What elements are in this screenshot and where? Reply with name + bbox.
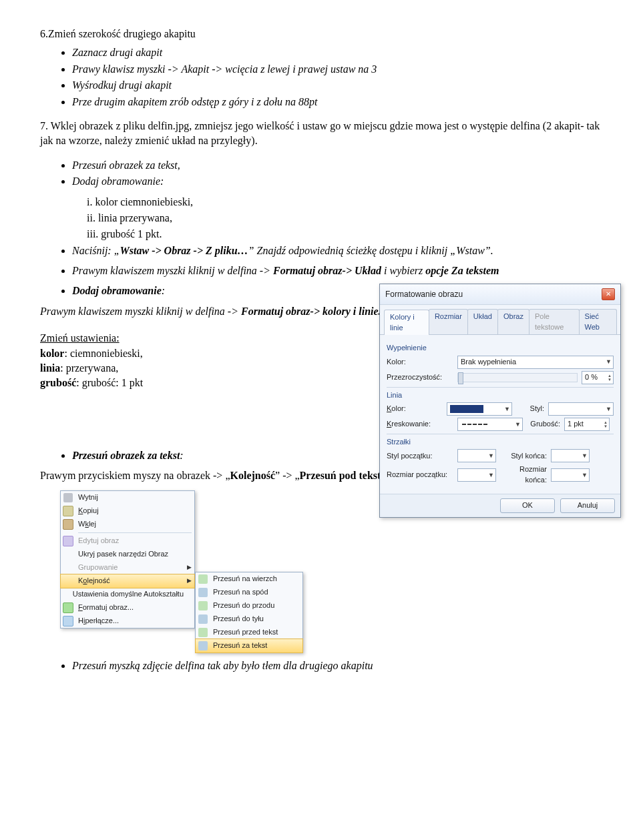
order-bring-to-front[interactable]: Przesuń na wierzch (196, 572, 302, 586)
begin-style-combo[interactable]: ▼ (457, 449, 496, 462)
ctx-cut[interactable]: Wytnij (61, 491, 194, 504)
tab-rozmiar[interactable]: Rozmiar (429, 309, 468, 334)
send-back-icon (196, 588, 210, 597)
dodaj-list: Dodaj obramowanie: (40, 284, 387, 298)
zmien-l3a: grubość (40, 377, 76, 388)
dodaj-item: Dodaj obramowanie: (72, 284, 387, 298)
dash-swatch-icon (461, 420, 495, 428)
step2-roman: i. kolor ciemnoniebieski, ii. linia prze… (40, 195, 601, 242)
lbl-begin-size: Rozmiar początku: (387, 470, 453, 480)
last-item: Przesuń myszką zdjęcie delfina tak aby b… (72, 659, 601, 673)
behind-text-icon (196, 641, 210, 651)
prawym1-list: Prawym klawiszem myszki kliknij w delfin… (40, 264, 601, 278)
ctx-paste[interactable]: Wklej (61, 518, 194, 531)
context-menu-order: Przesuń na wierzch Przesuń na spód Przes… (195, 572, 303, 653)
przesun-b1: Kolejność (230, 470, 275, 481)
ctx-grouping: Grupowanie▶ (61, 561, 194, 574)
prawym1-b3: Za tekstem (451, 265, 499, 276)
chevron-down-icon: ▼ (582, 452, 588, 460)
bring-forward-icon (196, 601, 210, 610)
send-backward-icon (196, 614, 210, 624)
transparency-value: 0 % (585, 372, 598, 382)
transparency-slider[interactable] (457, 373, 578, 382)
group-fill: Wypełnienie (387, 343, 614, 353)
chevron-right-icon: ▶ (187, 563, 192, 572)
ctx-copy[interactable]: Kopiuj (61, 504, 194, 518)
prawym1-mid: i wybierz (381, 265, 425, 276)
przesun-mid: ” -> „ (275, 470, 300, 481)
cut-icon (61, 493, 75, 502)
order-in-front-of-text[interactable]: Przesuń przed tekst (196, 626, 302, 639)
zmien-l1a: kolor (40, 348, 64, 359)
begin-size-combo[interactable]: ▼ (457, 468, 496, 482)
zmien-l3b: : grubość: 1 pkt (76, 377, 143, 388)
prawym1-pre: Prawym klawiszem myszki kliknij w delfin… (72, 265, 273, 276)
dodaj-hdr: Dodaj obramowanie (72, 285, 162, 296)
lbl-fill-color: Kolor: (387, 357, 453, 367)
prawym1-b1: Formatuj obraz-> Układ (273, 265, 381, 276)
lbl-dash: Kreskowanie: (387, 419, 453, 429)
step2-r3: iii. grubość 1 pkt. (87, 227, 601, 242)
ctx-edit-image: Edytuj obraz (61, 534, 194, 548)
lbl-line-color: Kolor: (387, 404, 443, 414)
zmien-l2a: linia (40, 362, 60, 374)
nacisnij-mid: ” Znajdź odpowiednią ścieżkę dostępu i k… (248, 245, 457, 256)
prawym1-b2: opcje (425, 265, 449, 276)
ctx-default-autoshape[interactable]: Ustawienia domyślne Autokształtu (61, 588, 194, 601)
edit-image-icon (61, 536, 75, 546)
front-text-icon (196, 628, 210, 637)
order-send-backward[interactable]: Przesuń do tyłu (196, 612, 302, 626)
chevron-right-icon: ▶ (187, 576, 192, 585)
przesun-pre: Prawym przyciskiem myszy na obrazek -> „ (40, 470, 230, 481)
format-picture-dialog: Formatowanie obrazu ✕ Kolory i linie Roz… (379, 284, 621, 517)
zmien-hdr: Zmień ustawienia: (40, 331, 387, 346)
order-send-to-back[interactable]: Przesuń na spód (196, 586, 302, 599)
tab-pole-tekstowe: Pole tekstowe (529, 309, 580, 334)
end-style-combo[interactable]: ▼ (551, 449, 590, 462)
order-behind-text[interactable]: Przesuń za tekst (195, 639, 303, 653)
fill-color-value: Brak wypełnienia (461, 357, 516, 367)
line-color-combo[interactable]: ▼ (447, 402, 512, 416)
nacisnij-path: Wstaw -> Obraz -> Z pliku… (120, 245, 248, 256)
nacisnij-end: Wstaw”. (456, 245, 493, 256)
chevron-down-icon: ▼ (606, 405, 612, 414)
order-bring-forward[interactable]: Przesuń do przodu (196, 599, 302, 612)
tab-uklad[interactable]: Układ (467, 309, 498, 334)
last-list: Przesuń myszką zdjęcie delfina tak aby b… (40, 659, 601, 673)
dash-combo[interactable]: ▼ (457, 418, 523, 431)
ctx-order[interactable]: Kolejność▶ (60, 574, 195, 588)
step2-b1: Przesuń obrazek za tekst, (72, 158, 601, 173)
tab-obraz[interactable]: Obraz (497, 309, 529, 334)
fill-color-combo[interactable]: Brak wypełnienia▼ (457, 356, 614, 369)
heading-6: 6.Zmień szerokość drugiego akapitu (40, 27, 601, 41)
chevron-down-icon: ▼ (606, 358, 612, 366)
transparency-spin[interactable]: 0 %▲▼ (582, 371, 614, 384)
dodaj-b1: Formatuj obraz-> kolory i linie. (241, 306, 381, 317)
lbl-begin-style: Styl początku: (387, 451, 453, 461)
tab-kolory-linie[interactable]: Kolory i linie (384, 310, 429, 335)
nacisnij-list: Naciśnij: „Wstaw -> Obraz -> Z pliku…” Z… (40, 244, 601, 258)
dialog-title: Formatowanie obrazu (385, 289, 463, 300)
step1-b1: Zaznacz drugi akapit (72, 45, 601, 60)
ctx-hide-toolbar[interactable]: Ukryj pasek narzędzi Obraz (61, 548, 194, 561)
zmien-l1b: : ciemnoniebieski, (64, 348, 142, 359)
context-menu-main: Wytnij Kopiuj Wklej Edytuj obraz Ukryj p… (60, 490, 195, 628)
ctx-format-image[interactable]: Formatuj obraz... (61, 601, 194, 614)
nacisnij-pre: Naciśnij: „ (72, 245, 120, 256)
lbl-transparency: Przezroczystość: (387, 372, 453, 382)
group-line: Linia (387, 390, 614, 400)
ctx-hyperlink[interactable]: Hiperłącze... (61, 614, 194, 628)
paste-icon (61, 519, 75, 530)
step1-list: Zaznacz drugi akapit Prawy klawisz myszk… (40, 45, 601, 109)
lbl-weight: Grubość: (527, 419, 560, 429)
close-icon[interactable]: ✕ (602, 288, 615, 300)
nacisnij-item: Naciśnij: „Wstaw -> Obraz -> Z pliku…” Z… (72, 244, 601, 258)
line-style-combo[interactable]: ▼ (548, 402, 614, 416)
lbl-style: Styl: (516, 404, 544, 414)
step1-b3: Wyśrodkuj drugi akapit (72, 78, 601, 93)
tab-siec-web[interactable]: Sieć Web (579, 309, 617, 334)
dialog-tabs: Kolory i linie Rozmiar Układ Obraz Pole … (380, 305, 620, 335)
weight-spin[interactable]: 1 pkt▲▼ (564, 418, 610, 431)
end-size-combo[interactable]: ▼ (551, 468, 590, 482)
lbl-end-size: Rozmiar końca: (500, 464, 547, 485)
